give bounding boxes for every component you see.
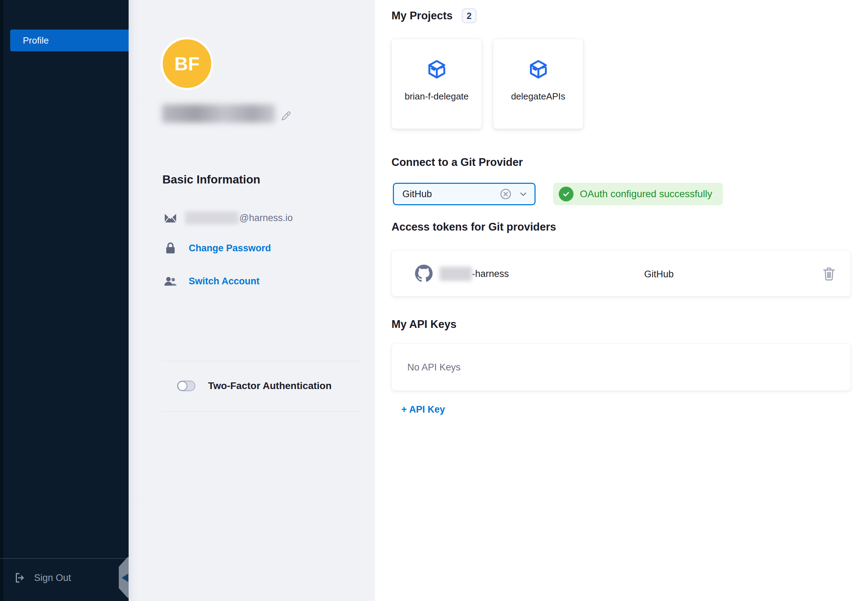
- my-projects-title: My Projects: [391, 9, 452, 22]
- sign-out-label: Sign Out: [34, 572, 71, 583]
- user-name-redacted: [162, 104, 275, 123]
- sidebar-edge: [0, 0, 3, 601]
- two-factor-toggle[interactable]: [177, 381, 195, 391]
- my-projects-heading: My Projects 2: [391, 8, 477, 23]
- clear-circle-icon[interactable]: [499, 188, 512, 200]
- profile-panel: BF Basic Information @harness.io Change …: [129, 0, 375, 601]
- add-api-key-button[interactable]: + API Key: [401, 404, 445, 415]
- github-icon: [415, 265, 432, 284]
- edit-pencil-icon[interactable]: [280, 110, 292, 124]
- sidebar: Profile Sign Out: [0, 0, 129, 601]
- users-icon: [163, 276, 177, 287]
- switch-account-label: Switch Account: [189, 276, 260, 287]
- project-cube-icon: [425, 58, 449, 82]
- git-provider-value: GitHub: [402, 189, 499, 200]
- access-tokens-heading: Access tokens for Git providers: [391, 221, 556, 233]
- two-factor-row: Two-Factor Authentication: [177, 380, 332, 392]
- token-row: -harness GitHub: [392, 250, 850, 296]
- git-provider-select[interactable]: GitHub: [393, 183, 536, 205]
- avatar[interactable]: BF: [161, 37, 213, 90]
- token-username-redacted: [440, 267, 472, 281]
- project-name: delegateAPIs: [511, 91, 565, 102]
- project-card-delegateAPIs[interactable]: delegateAPIs: [493, 39, 583, 129]
- api-keys-heading: My API Keys: [391, 318, 457, 331]
- token-username-suffix: -harness: [472, 268, 509, 279]
- oauth-status-text: OAuth configured successfully: [580, 188, 712, 200]
- project-name: brian-f-delegate: [405, 91, 468, 102]
- project-cube-icon: [527, 58, 550, 82]
- divider: [162, 411, 361, 412]
- toggle-knob: [177, 381, 187, 391]
- change-password-link[interactable]: Change Password: [163, 242, 271, 255]
- projects-count-badge: 2: [462, 8, 477, 23]
- mail-icon: [163, 212, 177, 224]
- token-username: -harness: [440, 267, 509, 281]
- token-provider: GitHub: [644, 269, 674, 280]
- trash-icon[interactable]: [822, 267, 836, 282]
- access-token-card: -harness GitHub: [391, 250, 851, 297]
- oauth-status-badge: OAuth configured successfully: [553, 183, 723, 205]
- sidebar-divider: [0, 558, 129, 559]
- check-circle-icon: [559, 187, 574, 201]
- sign-out-button[interactable]: Sign Out: [14, 572, 71, 584]
- basic-information-title: Basic Information: [162, 173, 260, 186]
- sidebar-item-profile[interactable]: Profile: [10, 29, 129, 51]
- email-row: @harness.io: [163, 212, 293, 224]
- collapse-arrow-icon: [122, 574, 128, 582]
- project-card-brian-f-delegate[interactable]: brian-f-delegate: [391, 39, 482, 129]
- main-content: My Projects 2 brian-f-delegate delegateA…: [375, 0, 868, 601]
- project-cards: brian-f-delegate delegateAPIs: [391, 39, 583, 129]
- email-value: @harness.io: [185, 212, 293, 224]
- api-keys-card: No API Keys: [391, 343, 851, 391]
- api-keys-empty-message: No API Keys: [407, 362, 461, 373]
- switch-account-link[interactable]: Switch Account: [163, 276, 260, 287]
- sidebar-item-profile-label: Profile: [23, 35, 49, 46]
- git-provider-heading: Connect to a Git Provider: [391, 156, 523, 169]
- avatar-initials: BF: [174, 53, 199, 75]
- email-redacted: [185, 212, 239, 224]
- change-password-label: Change Password: [189, 243, 271, 254]
- email-domain: @harness.io: [239, 213, 293, 224]
- two-factor-label: Two-Factor Authentication: [208, 380, 332, 392]
- logout-icon: [14, 572, 26, 584]
- chevron-down-icon[interactable]: [518, 189, 528, 199]
- lock-icon: [163, 242, 177, 255]
